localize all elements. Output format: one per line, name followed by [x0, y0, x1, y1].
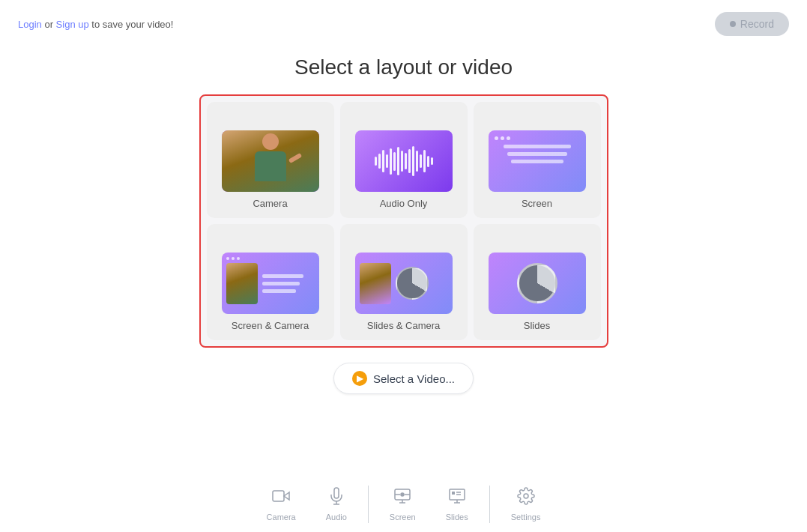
- camera-label: Camera: [253, 198, 287, 209]
- person-arm: [288, 152, 302, 163]
- toolbar-item-audio[interactable]: Audio: [311, 484, 362, 525]
- slc-person: [360, 263, 391, 304]
- layout-grid: Camera: [207, 102, 601, 340]
- slides-icon: [448, 487, 466, 510]
- audio-label: Audio Only: [380, 198, 428, 209]
- toolbar-slides-label: Slides: [446, 513, 468, 522]
- wave-bar: [382, 150, 384, 172]
- screen-thumbnail: [489, 130, 586, 192]
- layout-card-camera[interactable]: Camera: [207, 102, 334, 218]
- wave-bar: [420, 154, 422, 168]
- toolbar-section-right: Settings: [496, 484, 556, 525]
- wave-bar: [431, 157, 433, 165]
- toolbar-audio-label: Audio: [326, 513, 347, 522]
- screen-icon: [393, 487, 411, 510]
- audio-icon: [327, 487, 345, 510]
- screen-dot: [507, 136, 510, 140]
- wave-bar: [401, 151, 403, 172]
- slides-camera-label: Slides & Camera: [367, 320, 441, 331]
- record-dot-icon: [730, 21, 736, 27]
- wave-bar: [393, 152, 396, 171]
- toolbar-section-mid: Screen Slides: [375, 484, 483, 525]
- wave-bar: [427, 156, 429, 167]
- svg-point-6: [401, 493, 404, 496]
- layout-card-audio[interactable]: Audio Only: [340, 102, 468, 218]
- sc-line: [262, 274, 303, 278]
- login-link[interactable]: Login: [18, 19, 42, 30]
- wave-bar: [412, 146, 414, 176]
- sc-content: [226, 263, 315, 304]
- slides-camera-pie-chart: [396, 267, 429, 300]
- screen-label: Screen: [522, 198, 552, 209]
- header-left: Login or Sign up to save your video!: [18, 19, 173, 30]
- waveform: [375, 146, 433, 176]
- bottom-toolbar: Camera Audio Screen: [0, 484, 807, 532]
- wave-bar: [386, 154, 388, 168]
- audio-thumbnail: [355, 130, 453, 192]
- svg-point-13: [524, 494, 528, 498]
- sc-lines: [262, 274, 315, 293]
- layout-grid-wrapper: Camera: [199, 94, 608, 348]
- screen-lines: [495, 145, 580, 163]
- screen-line: [507, 152, 567, 156]
- screen-line: [504, 145, 571, 148]
- sc-person: [226, 263, 258, 304]
- slides-pie-chart: [517, 263, 557, 303]
- screen-dot: [495, 136, 498, 140]
- toolbar-item-slides[interactable]: Slides: [431, 484, 483, 525]
- person-head: [262, 133, 279, 150]
- camera-icon: [272, 487, 290, 510]
- page-title: Select a layout or video: [294, 55, 513, 79]
- sc-dots: [226, 257, 315, 260]
- select-video-label: Select a Video...: [373, 372, 455, 385]
- save-text: to save your video!: [89, 19, 174, 30]
- wave-bar: [423, 150, 426, 172]
- wave-bar: [375, 157, 377, 166]
- svg-rect-0: [273, 491, 284, 501]
- person-body: [255, 151, 286, 181]
- toolbar-item-settings[interactable]: Settings: [496, 484, 556, 525]
- toolbar-section-left: Camera Audio: [252, 484, 362, 525]
- wave-bar: [378, 154, 381, 169]
- slides-label: Slides: [524, 320, 550, 331]
- screen-line: [511, 160, 563, 163]
- wave-bar: [405, 153, 407, 169]
- sc-dot: [237, 257, 240, 260]
- svg-rect-10: [452, 492, 455, 495]
- layout-card-screen-camera[interactable]: Screen & Camera: [207, 224, 334, 340]
- screen-dot: [501, 136, 504, 140]
- select-video-icon: ▶: [352, 371, 367, 386]
- settings-icon: [517, 487, 535, 510]
- sc-line: [262, 289, 296, 293]
- slides-camera-thumbnail: [355, 253, 453, 314]
- wave-bar: [390, 148, 392, 175]
- main-content: Select a layout or video Camera: [0, 48, 807, 394]
- toolbar-divider-2: [489, 486, 490, 523]
- toolbar-screen-label: Screen: [390, 513, 416, 522]
- screen-camera-thumbnail: [222, 253, 319, 314]
- screen-camera-label: Screen & Camera: [232, 320, 309, 331]
- toolbar-divider-1: [368, 486, 369, 523]
- person-silhouette: [248, 133, 293, 190]
- screen-dots: [495, 136, 580, 140]
- toolbar-item-screen[interactable]: Screen: [375, 484, 431, 525]
- record-label: Record: [740, 18, 774, 30]
- layout-card-slides-camera[interactable]: Slides & Camera: [340, 224, 468, 340]
- toolbar-camera-label: Camera: [267, 513, 296, 522]
- layout-card-screen[interactable]: Screen: [474, 102, 601, 218]
- slides-thumbnail: [489, 253, 586, 314]
- record-button[interactable]: Record: [715, 12, 789, 36]
- select-video-button[interactable]: ▶ Select a Video...: [333, 363, 474, 394]
- toolbar-item-camera[interactable]: Camera: [252, 484, 311, 525]
- signup-link[interactable]: Sign up: [56, 19, 89, 30]
- sc-dot: [226, 257, 229, 260]
- wave-bar: [397, 147, 399, 175]
- sc-line: [262, 282, 300, 285]
- or-text: or: [42, 19, 56, 30]
- header: Login or Sign up to save your video! Rec…: [0, 0, 807, 48]
- wave-bar: [408, 149, 411, 173]
- toolbar-settings-label: Settings: [511, 513, 541, 522]
- camera-thumb-inner: [222, 130, 319, 192]
- layout-card-slides[interactable]: Slides: [474, 224, 601, 340]
- camera-thumbnail: [222, 130, 319, 192]
